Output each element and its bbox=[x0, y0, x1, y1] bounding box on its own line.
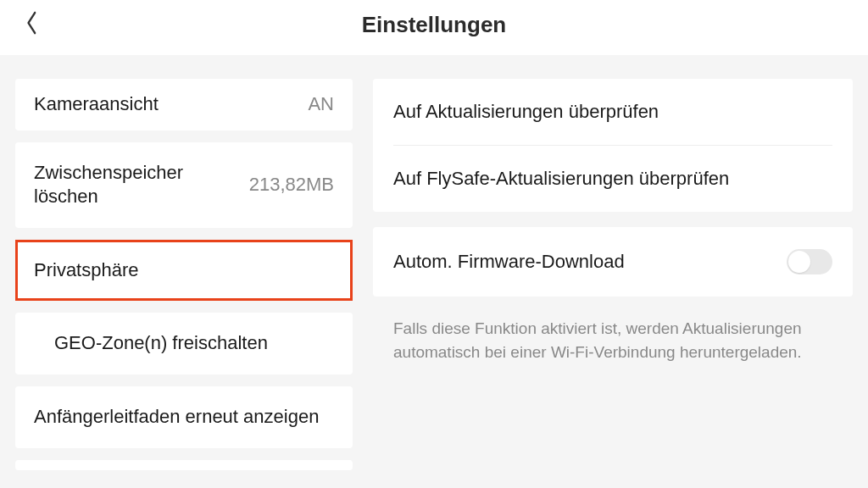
auto-firmware-toggle[interactable] bbox=[787, 249, 832, 274]
header: Einstellungen bbox=[0, 0, 868, 55]
geo-unlock-row[interactable]: GEO-Zone(n) freischalten bbox=[15, 313, 353, 374]
beginner-guide-label: Anfängerleitfaden erneut anzeigen bbox=[34, 405, 319, 430]
geo-unlock-label: GEO-Zone(n) freischalten bbox=[34, 331, 268, 356]
clear-cache-row[interactable]: Zwischenspeicher löschen 213,82MB bbox=[15, 142, 353, 228]
auto-firmware-label: Autom. Firmware-Download bbox=[393, 251, 625, 273]
camera-view-label: Kameraansicht bbox=[34, 92, 159, 117]
content: Kameraansicht AN Zwischenspeicher lösche… bbox=[0, 55, 868, 470]
check-updates-row[interactable]: Auf Aktualisierungen überprüfen bbox=[373, 79, 853, 145]
clear-cache-value: 213,82MB bbox=[249, 174, 334, 196]
camera-view-row[interactable]: Kameraansicht AN bbox=[15, 79, 353, 130]
check-flysafe-label: Auf FlySafe-Aktualisierungen überprüfen bbox=[393, 168, 729, 190]
left-column: Kameraansicht AN Zwischenspeicher lösche… bbox=[15, 79, 353, 470]
updates-group: Auf Aktualisierungen überprüfen Auf FlyS… bbox=[373, 79, 853, 212]
firmware-group: Autom. Firmware-Download bbox=[373, 227, 853, 297]
beginner-guide-row[interactable]: Anfängerleitfaden erneut anzeigen bbox=[15, 386, 353, 448]
partial-row bbox=[15, 460, 353, 470]
camera-view-value: AN bbox=[308, 93, 334, 115]
back-icon[interactable] bbox=[26, 10, 37, 42]
auto-firmware-hint: Falls diese Funktion aktiviert ist, werd… bbox=[373, 312, 853, 363]
clear-cache-label: Zwischenspeicher löschen bbox=[34, 161, 212, 209]
right-column: Auf Aktualisierungen überprüfen Auf FlyS… bbox=[373, 79, 853, 470]
auto-firmware-row[interactable]: Autom. Firmware-Download bbox=[373, 227, 853, 297]
check-updates-label: Auf Aktualisierungen überprüfen bbox=[393, 101, 659, 123]
page-title: Einstellungen bbox=[17, 12, 851, 38]
privacy-row[interactable]: Privatsphäre bbox=[15, 240, 353, 302]
check-flysafe-row[interactable]: Auf FlySafe-Aktualisierungen überprüfen bbox=[373, 146, 853, 212]
privacy-label: Privatsphäre bbox=[34, 258, 139, 283]
